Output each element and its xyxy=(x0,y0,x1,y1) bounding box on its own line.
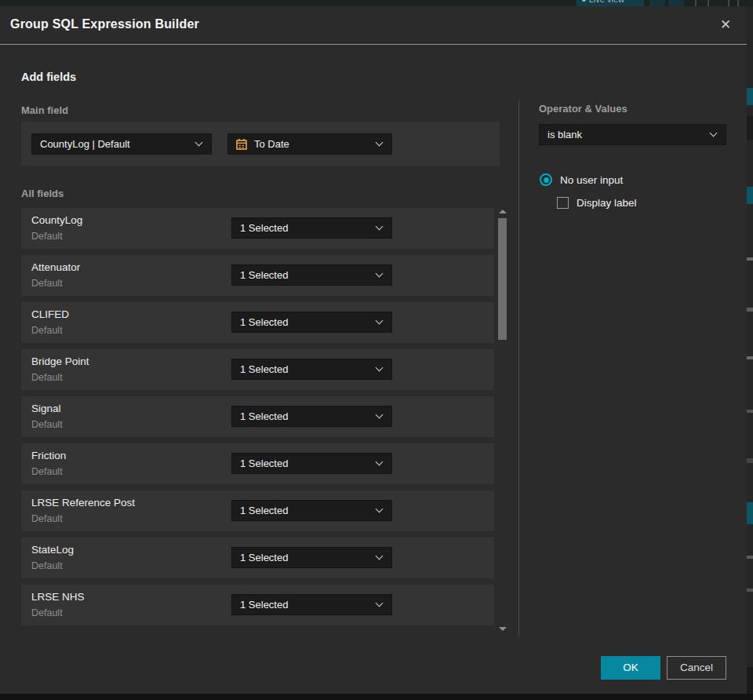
chevron-down-icon xyxy=(376,600,384,607)
all-fields-list: CountyLog Default 1 Selected Attenuator … xyxy=(21,208,494,632)
display-label-label: Display label xyxy=(577,197,637,209)
live-view-chip: ● Live view xyxy=(577,0,644,6)
field-name: StateLog xyxy=(31,544,74,556)
field-selection-value: 1 Selected xyxy=(232,269,370,281)
field-selection-value: 1 Selected xyxy=(232,599,370,611)
field-selection-select[interactable]: 1 Selected xyxy=(231,547,392,568)
field-selection-select[interactable]: 1 Selected xyxy=(231,406,392,427)
chevron-down-icon xyxy=(376,552,384,560)
group-sql-expression-builder-dialog: Group SQL Expression Builder ✕ Add field… xyxy=(0,6,747,694)
field-selection-value: 1 Selected xyxy=(232,458,370,469)
field-selection-select[interactable]: 1 Selected xyxy=(231,453,392,474)
no-user-input-option: No user input xyxy=(540,173,623,186)
background-toolbar-segment xyxy=(649,0,665,6)
background-fragment xyxy=(747,356,753,359)
background-toolbar-divider xyxy=(695,0,697,6)
field-name: CLIFED xyxy=(31,308,69,320)
field-subtitle: Default xyxy=(31,372,63,383)
background-app-bottom-edge xyxy=(0,694,753,700)
background-app-right-edge xyxy=(747,6,753,694)
checkbox-unchecked-icon[interactable] xyxy=(557,197,569,209)
live-view-label: ● Live view xyxy=(581,0,624,4)
main-field-box: CountyLog | Default To Date xyxy=(21,122,500,166)
background-fragment xyxy=(747,502,753,524)
background-app-topbar: ● Live view xyxy=(0,0,753,6)
scrollbar-thumb[interactable] xyxy=(498,218,507,340)
field-row: Friction Default 1 Selected xyxy=(21,443,494,484)
chevron-down-icon xyxy=(376,458,384,466)
date-type-select-value: To Date xyxy=(246,138,370,150)
operator-select[interactable]: is blank xyxy=(539,124,726,145)
field-subtitle: Default xyxy=(31,278,63,289)
field-subtitle: Default xyxy=(31,419,63,430)
add-fields-heading: Add fields xyxy=(21,71,76,83)
background-fragment xyxy=(747,257,753,261)
background-fragment xyxy=(747,458,753,463)
field-name: Signal xyxy=(31,403,61,414)
field-selection-select[interactable]: 1 Selected xyxy=(231,312,392,333)
main-field-label: Main field xyxy=(21,104,68,116)
field-selection-value: 1 Selected xyxy=(232,363,370,375)
background-fragment xyxy=(747,187,753,204)
field-selection-select[interactable]: 1 Selected xyxy=(231,217,392,239)
close-icon[interactable]: ✕ xyxy=(715,15,736,35)
field-row: Signal Default 1 Selected xyxy=(21,396,494,437)
field-name: Friction xyxy=(31,450,66,461)
field-selection-value: 1 Selected xyxy=(232,505,370,516)
field-subtitle: Default xyxy=(31,513,63,524)
field-subtitle: Default xyxy=(31,560,63,571)
all-fields-label: All fields xyxy=(21,188,64,199)
cancel-button[interactable]: Cancel xyxy=(667,656,726,680)
chevron-down-icon xyxy=(376,364,384,372)
field-row: LRSE NHS Default 1 Selected xyxy=(21,585,494,625)
scrollbar-up-icon[interactable] xyxy=(499,210,507,213)
field-selection-select[interactable]: 1 Selected xyxy=(231,359,392,380)
field-name: LRSE Reference Post xyxy=(31,497,135,509)
chevron-down-icon xyxy=(710,129,718,137)
field-name: CountyLog xyxy=(31,214,82,226)
screen: ● Live view Group SQL Expression Builder… xyxy=(0,0,753,700)
field-row: Attenuator Default 1 Selected xyxy=(21,255,494,296)
field-name: Bridge Point xyxy=(31,355,89,367)
radio-selected-icon[interactable] xyxy=(540,173,552,186)
background-fragment xyxy=(747,88,753,105)
background-toolbar-divider xyxy=(708,0,709,6)
scrollbar-down-icon[interactable] xyxy=(499,627,507,631)
date-type-select[interactable]: To Date xyxy=(227,133,392,155)
background-fragment xyxy=(747,410,753,413)
field-selection-value: 1 Selected xyxy=(232,552,370,563)
field-subtitle: Default xyxy=(31,607,63,618)
chevron-down-icon xyxy=(376,411,384,419)
chevron-down-icon xyxy=(376,317,384,325)
background-fragment xyxy=(747,116,753,140)
background-toolbar-divider xyxy=(737,0,739,6)
background-fragment xyxy=(747,308,753,312)
background-toolbar-segment xyxy=(668,0,684,6)
display-label-option: Display label xyxy=(557,197,637,209)
field-subtitle: Default xyxy=(31,466,63,477)
field-selection-select[interactable]: 1 Selected xyxy=(231,500,392,521)
panel-divider xyxy=(518,100,519,636)
operator-select-value: is blank xyxy=(540,129,704,140)
field-selection-select[interactable]: 1 Selected xyxy=(231,264,392,286)
main-field-select[interactable]: CountyLog | Default xyxy=(31,133,212,155)
field-subtitle: Default xyxy=(31,231,63,242)
ok-button[interactable]: OK xyxy=(601,656,660,680)
field-row: CLIFED Default 1 Selected xyxy=(21,302,494,343)
field-row: CountyLog Default 1 Selected xyxy=(21,208,494,249)
field-selection-value: 1 Selected xyxy=(232,410,370,422)
background-fragment xyxy=(747,589,753,592)
chevron-down-icon xyxy=(376,139,384,147)
main-field-select-value: CountyLog | Default xyxy=(32,138,190,150)
field-selection-select[interactable]: 1 Selected xyxy=(231,594,392,615)
field-row: Bridge Point Default 1 Selected xyxy=(21,349,494,390)
background-fragment xyxy=(747,556,753,559)
background-toolbar-divider xyxy=(728,0,729,6)
chevron-down-icon xyxy=(195,139,203,147)
field-selection-value: 1 Selected xyxy=(232,222,370,234)
field-name: LRSE NHS xyxy=(31,591,85,603)
field-name: Attenuator xyxy=(31,261,80,273)
operator-values-label: Operator & Values xyxy=(539,103,628,115)
chevron-down-icon xyxy=(376,270,384,278)
chevron-down-icon xyxy=(376,223,384,231)
